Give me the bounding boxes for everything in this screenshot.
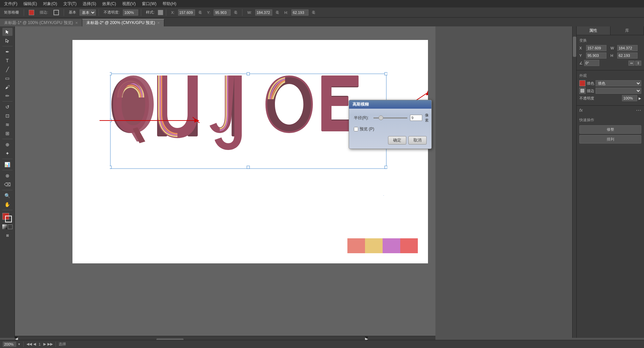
- right-flip-v-button[interactable]: ⇕: [635, 61, 641, 66]
- bottom-artboard-num: 1: [37, 342, 42, 346]
- tool-eraser[interactable]: ⌫: [2, 180, 13, 189]
- quick-action-recolor[interactable]: 修整: [579, 125, 641, 134]
- h-scrollbar[interactable]: ◀ ▶: [15, 336, 435, 340]
- menu-file[interactable]: 文件(F): [1, 0, 20, 7]
- tool-zoom[interactable]: 🔍: [2, 192, 13, 200]
- tab-2[interactable]: 未标题-2* @ 200% (CMYK/GPU 预览) ✕: [82, 19, 165, 26]
- toolbar-style-swatch[interactable]: [158, 10, 163, 15]
- menu-view[interactable]: 视图(V): [120, 0, 138, 7]
- menu-help[interactable]: 帮助(H): [160, 0, 179, 7]
- h-scrollbar-left[interactable]: ◀: [15, 336, 18, 340]
- dialog-confirm-button[interactable]: 确定: [388, 136, 406, 145]
- tool-rectangle[interactable]: ▭: [2, 74, 13, 82]
- toolbar-fill-swatch[interactable]: [27, 9, 36, 16]
- right-panel-more-icon[interactable]: ⋯: [636, 107, 641, 113]
- tool-warp[interactable]: ≋: [2, 121, 13, 129]
- tool-artboard[interactable]: ⊠: [2, 231, 13, 239]
- svg-rect-23: [385, 166, 387, 169]
- v-scrollbar[interactable]: [572, 26, 576, 338]
- right-transform-y-row: Y 95.903 H 62.193: [579, 52, 641, 59]
- tool-rotate[interactable]: ↺: [2, 103, 13, 111]
- tool-sep7: [2, 210, 13, 210]
- tab-1-close[interactable]: ✕: [75, 21, 78, 25]
- dialog-cancel-button[interactable]: 取消: [408, 136, 427, 145]
- tool-line[interactable]: ╱: [2, 65, 13, 73]
- menu-text[interactable]: 文字(T): [61, 0, 79, 7]
- toolbar-shape-label: 矩形格栅: [2, 9, 21, 16]
- toolbar-unit2: 毫: [232, 9, 239, 16]
- toolbar-y-input[interactable]: 95.903: [214, 9, 231, 16]
- right-x-input[interactable]: 157.609: [586, 45, 606, 51]
- no-color-icon[interactable]: [8, 224, 13, 229]
- canvas-area[interactable]: [15, 26, 435, 338]
- tool-select[interactable]: [2, 28, 13, 36]
- right-y-input[interactable]: 95.903: [586, 52, 606, 59]
- svg-rect-21: [110, 166, 111, 169]
- menu-object[interactable]: 对象(O): [40, 0, 60, 7]
- bottom-nav-next[interactable]: ▶: [43, 342, 46, 346]
- right-h-input[interactable]: 62.193: [617, 52, 638, 59]
- bottom-nav-last[interactable]: ▶▶: [47, 342, 53, 346]
- tool-pen[interactable]: ✒: [2, 48, 13, 56]
- right-rotate-input[interactable]: 0°: [584, 60, 599, 66]
- toolbar-opacity-input[interactable]: [123, 9, 138, 16]
- artwork-svg: [110, 70, 387, 196]
- menu-effect[interactable]: 效果(C): [100, 0, 119, 7]
- bottom-sep1: [23, 342, 24, 347]
- right-flip-h-button[interactable]: ⇔: [628, 61, 635, 66]
- dialog-preview-checkbox[interactable]: [354, 127, 358, 131]
- normal-color-icon[interactable]: [2, 224, 7, 229]
- menu-window[interactable]: 窗口(W): [139, 0, 159, 7]
- toolbar-x-input[interactable]: 157.609: [178, 9, 195, 16]
- right-opacity-label: 不透明度: [579, 96, 621, 101]
- v-scrollbar-thumb[interactable]: [573, 37, 576, 57]
- right-fill-swatch[interactable]: [579, 80, 585, 86]
- dialog-buttons: 确定 取消: [354, 136, 427, 145]
- tool-slice[interactable]: ⊗: [2, 172, 13, 180]
- menu-select[interactable]: 选择(S): [80, 0, 99, 7]
- toolbar-w-input[interactable]: 184.372: [255, 9, 272, 16]
- right-stroke-swatch[interactable]: [579, 88, 585, 94]
- tool-column-graph[interactable]: 📊: [2, 160, 13, 169]
- tool-symbol-sprayer[interactable]: ✦: [2, 149, 13, 157]
- toolbar-h-input[interactable]: 62.193: [292, 9, 308, 16]
- bottom-zoom: 200% ▼: [3, 342, 21, 347]
- dialog-radius-input[interactable]: 9: [410, 115, 422, 121]
- right-opacity-input[interactable]: 100%: [622, 95, 637, 101]
- menu-edit[interactable]: 编辑(E): [21, 0, 40, 7]
- quick-action-arrange[interactable]: 排列: [579, 135, 641, 144]
- fill-stroke-indicator[interactable]: [2, 213, 13, 223]
- toolbar-mode-dropdown[interactable]: 基本: [80, 9, 96, 16]
- right-fill-dropdown[interactable]: 填色: [596, 80, 641, 86]
- h-scrollbar-right[interactable]: ▶: [365, 336, 368, 340]
- toolbar-unit3: 毫: [274, 9, 281, 16]
- right-tab-library[interactable]: 库: [610, 26, 644, 35]
- dialog-radius-slider[interactable]: [373, 117, 407, 118]
- right-w-input[interactable]: 157.609: [617, 45, 638, 51]
- dialog-radius-label: 半径(R):: [354, 115, 371, 121]
- tab-2-close[interactable]: ✕: [157, 21, 160, 25]
- tool-scale[interactable]: ⊡: [2, 112, 13, 120]
- bottom-nav-prev[interactable]: ◀: [33, 342, 36, 346]
- tab-1-label: 未标题-1* @ 100% (CMYK/GPU 预览): [4, 20, 73, 26]
- right-opacity-row: 不透明度 100% ▶: [579, 95, 641, 101]
- right-y-label: Y: [579, 53, 585, 58]
- dialog-title: 高斯模糊: [349, 100, 431, 109]
- tool-free-transform[interactable]: ⊞: [2, 129, 13, 137]
- toolbar-style-label: 样式:: [144, 9, 156, 16]
- toolbar-stroke-label: 描边:: [38, 9, 50, 16]
- tool-paintbrush[interactable]: 🖌: [2, 83, 13, 91]
- tool-hand[interactable]: ✋: [2, 200, 13, 209]
- tool-direct-select[interactable]: [2, 37, 13, 45]
- tool-text[interactable]: T: [2, 57, 13, 65]
- toolbar-sep2: [64, 9, 64, 16]
- bottom-nav-first[interactable]: ◀◀: [26, 342, 32, 346]
- right-opacity-arrow: ▶: [639, 96, 641, 100]
- tool-blend[interactable]: ⊕: [2, 140, 13, 149]
- right-tab-properties[interactable]: 属性: [577, 26, 610, 35]
- right-stroke-width-dropdown[interactable]: [596, 88, 641, 94]
- tab-1[interactable]: 未标题-1* @ 100% (CMYK/GPU 预览) ✕: [0, 19, 82, 26]
- tool-pencil[interactable]: ✏: [2, 92, 13, 100]
- bottom-zoom-input[interactable]: 200%: [3, 342, 16, 347]
- toolbar-stroke-swatch[interactable]: [51, 9, 61, 16]
